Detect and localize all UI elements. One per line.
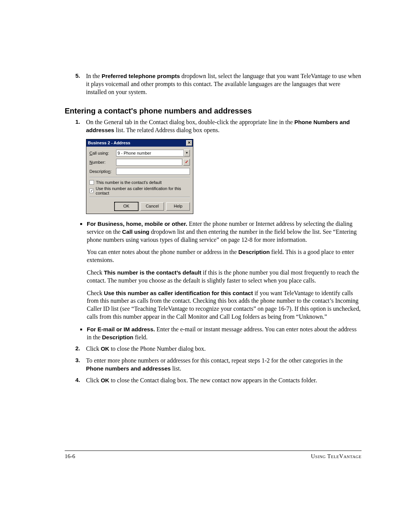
page-number: 16-6 bbox=[65, 453, 75, 460]
text: to close the Phone Number dialog box. bbox=[109, 345, 206, 352]
label-call-using: Call using: bbox=[89, 151, 116, 155]
step-number: 4. bbox=[75, 377, 86, 385]
step-number: 5. bbox=[75, 72, 86, 96]
section-heading: Entering a contact's phone numbers and a… bbox=[65, 107, 362, 115]
select-value: 9 - Phone number bbox=[118, 150, 151, 156]
text: Click bbox=[86, 345, 101, 352]
divider bbox=[89, 197, 190, 198]
text: You can enter notes about the phone numb… bbox=[87, 249, 238, 255]
step-3: 3. To enter more phone numbers or addres… bbox=[75, 357, 362, 373]
row-call-using: Call using: 9 - Phone number ▼ bbox=[89, 150, 190, 157]
bold-term: Description bbox=[102, 334, 134, 340]
text: Check bbox=[87, 269, 104, 276]
ok-button[interactable]: OK bbox=[115, 202, 138, 211]
checkmark-icon[interactable]: ✓ bbox=[183, 159, 190, 166]
bullet-email: ■ For E-mail or IM address. Enter the e-… bbox=[80, 326, 362, 342]
bold-term: This number is the contact’s default bbox=[104, 269, 201, 276]
bold-term: Call using bbox=[122, 228, 150, 235]
checkbox-callerid[interactable]: ✓ bbox=[89, 189, 94, 193]
bold-term: Description bbox=[238, 249, 270, 255]
bullet-icon: ■ bbox=[80, 220, 87, 244]
text: On the General tab in the Contact dialog… bbox=[86, 119, 294, 125]
bold-term: OK bbox=[101, 345, 110, 352]
dialog-title: Business 2 - Address bbox=[88, 141, 130, 145]
bullet-icon: ■ bbox=[80, 326, 87, 342]
divider bbox=[89, 177, 190, 178]
paragraph-default: Check This number is the contact’s defau… bbox=[87, 269, 362, 285]
step-5: 5. In the Preferred telephone prompts dr… bbox=[75, 72, 362, 96]
text: list. The related Address dialog box ope… bbox=[114, 127, 220, 133]
step-2: 2. Click OK to close the Phone Number di… bbox=[75, 345, 362, 353]
bold-term: Phone numbers and addresses bbox=[86, 365, 171, 372]
bullet-business: ■ For Business, home, mobile or other. E… bbox=[80, 220, 362, 244]
step-body: Click OK to close the Contact dialog box… bbox=[86, 377, 362, 385]
dialog-button-row: OK Cancel Help bbox=[89, 200, 190, 212]
description-input[interactable] bbox=[116, 168, 190, 175]
step-4: 4. Click OK to close the Contact dialog … bbox=[75, 377, 362, 385]
page-footer: 16-6 Using TeleVantage bbox=[65, 451, 362, 460]
bullet-lead: For E-mail or IM address. bbox=[87, 326, 155, 332]
text: to close the Contact dialog box. The new… bbox=[109, 377, 317, 383]
text: Click bbox=[86, 377, 101, 383]
checkbox-default[interactable] bbox=[89, 180, 94, 185]
number-input[interactable] bbox=[116, 159, 182, 166]
step-body: To enter more phone numbers or addresses… bbox=[86, 357, 362, 373]
step-body: In the Preferred telephone prompts dropd… bbox=[86, 72, 362, 96]
close-icon[interactable]: ✕ bbox=[186, 140, 192, 146]
text: To enter more phone numbers or addresses… bbox=[86, 357, 343, 364]
checkbox-default-row[interactable]: This number is the contact's default bbox=[89, 180, 190, 185]
page-content: 5. In the Preferred telephone prompts dr… bbox=[0, 0, 411, 385]
text: In the bbox=[86, 73, 102, 79]
step-number: 3. bbox=[75, 357, 86, 373]
label-number: Number: bbox=[89, 160, 116, 165]
footer-title: Using TeleVantage bbox=[311, 453, 362, 460]
paragraph-callerid: Check Use this number as caller identifi… bbox=[87, 289, 362, 321]
checkbox-callerid-row[interactable]: ✓ Use this number as caller identificati… bbox=[89, 186, 190, 195]
bold-term: OK bbox=[101, 377, 110, 383]
bold-term: Preferred telephone prompts bbox=[102, 73, 180, 79]
chevron-down-icon[interactable]: ▼ bbox=[184, 150, 190, 157]
dialog-titlebar[interactable]: Business 2 - Address ✕ bbox=[86, 139, 193, 147]
help-button[interactable]: Help bbox=[166, 202, 190, 211]
text: field. bbox=[134, 334, 148, 340]
paragraph-description: You can enter notes about the phone numb… bbox=[87, 248, 362, 264]
bullet-body: For Business, home, mobile or other. Ent… bbox=[87, 220, 362, 244]
bullet-lead: For Business, home, mobile or other. bbox=[87, 220, 187, 227]
dialog-body: Call using: 9 - Phone number ▼ Number: ✓… bbox=[86, 147, 193, 214]
bullet-body: For E-mail or IM address. Enter the e-ma… bbox=[87, 326, 362, 342]
step-1: 1. On the General tab in the Contact dia… bbox=[75, 118, 362, 134]
row-number: Number: ✓ bbox=[89, 159, 190, 166]
step-body: Click OK to close the Phone Number dialo… bbox=[86, 345, 362, 353]
checkbox-label: This number is the contact's default bbox=[96, 180, 162, 185]
cancel-button[interactable]: Cancel bbox=[140, 202, 164, 211]
step-number: 1. bbox=[75, 118, 86, 134]
step-body: On the General tab in the Contact dialog… bbox=[86, 118, 362, 134]
row-description: Description: bbox=[89, 168, 190, 175]
bold-term: Use this number as caller identification… bbox=[104, 290, 253, 296]
address-dialog: Business 2 - Address ✕ Call using: 9 - P… bbox=[86, 139, 193, 214]
label-description: Description: bbox=[89, 169, 116, 174]
step-number: 2. bbox=[75, 345, 86, 353]
text: Check bbox=[87, 290, 104, 296]
checkbox-label: Use this number as caller identification… bbox=[96, 186, 190, 195]
text: list. bbox=[171, 365, 182, 372]
call-using-select[interactable]: 9 - Phone number bbox=[116, 150, 184, 157]
